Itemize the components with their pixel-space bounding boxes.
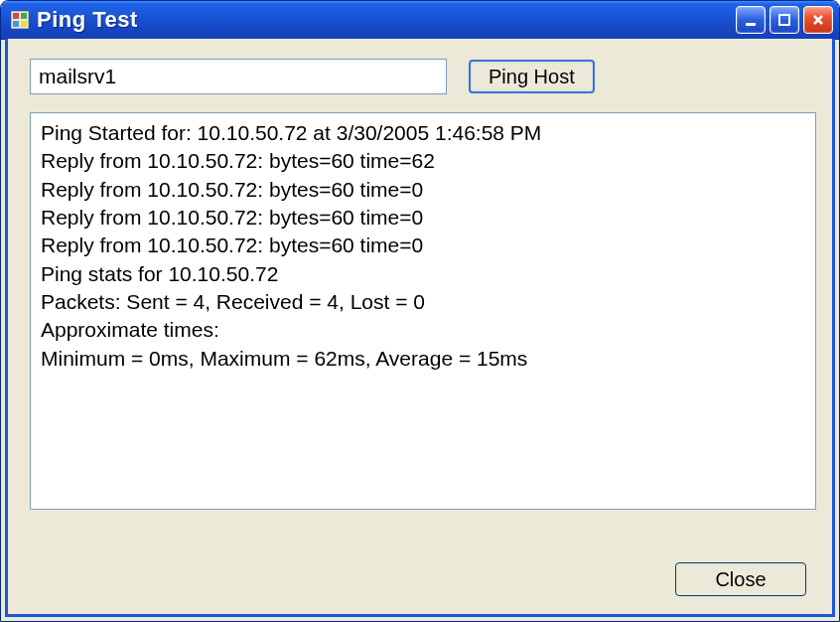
- svg-rect-2: [21, 13, 27, 19]
- titlebar[interactable]: Ping Test: [1, 1, 839, 40]
- host-input[interactable]: [30, 59, 447, 94]
- close-button[interactable]: Close: [675, 562, 806, 596]
- window-controls: [736, 6, 833, 34]
- minimize-button[interactable]: [736, 6, 766, 34]
- svg-rect-4: [21, 21, 27, 27]
- client-area: Ping Host Ping Started for: 10.10.50.72 …: [8, 39, 832, 614]
- minimize-icon: [744, 13, 758, 27]
- close-window-button[interactable]: [803, 6, 833, 34]
- maximize-icon: [777, 13, 791, 27]
- svg-rect-1: [13, 13, 19, 19]
- input-row: Ping Host: [30, 59, 810, 94]
- ping-host-button[interactable]: Ping Host: [469, 60, 595, 93]
- bottom-row: Close: [675, 562, 806, 596]
- ping-output[interactable]: Ping Started for: 10.10.50.72 at 3/30/20…: [30, 112, 816, 510]
- svg-rect-5: [746, 23, 756, 26]
- application-window: Ping Test Ping Host Ping Started for: 1: [0, 0, 840, 622]
- maximize-button[interactable]: [770, 6, 799, 34]
- close-icon: [811, 13, 825, 27]
- svg-rect-6: [779, 15, 789, 25]
- svg-rect-3: [13, 21, 19, 27]
- app-icon: [11, 11, 29, 29]
- window-title: Ping Test: [37, 7, 736, 33]
- client-frame: Ping Host Ping Started for: 10.10.50.72 …: [5, 39, 835, 617]
